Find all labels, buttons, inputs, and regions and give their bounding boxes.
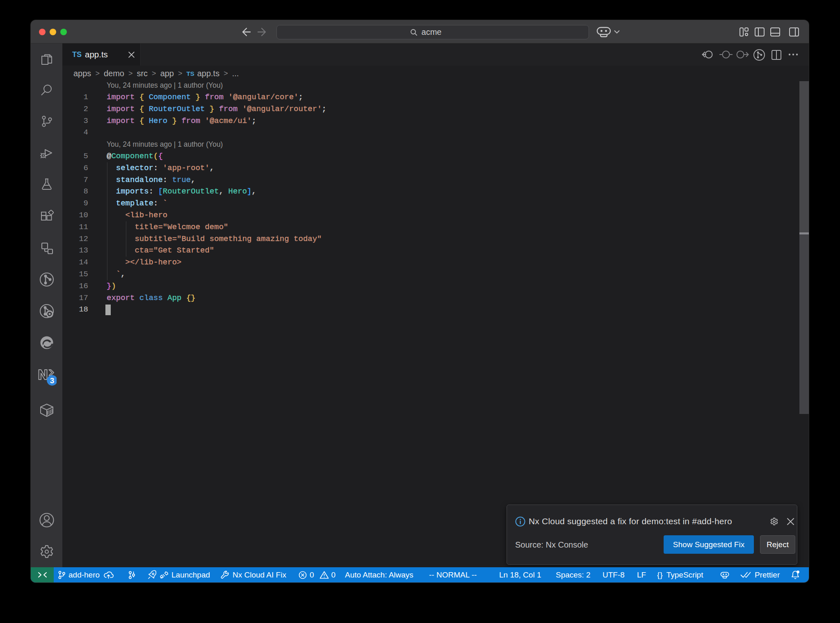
svg-text:3: 3 — [50, 376, 54, 385]
